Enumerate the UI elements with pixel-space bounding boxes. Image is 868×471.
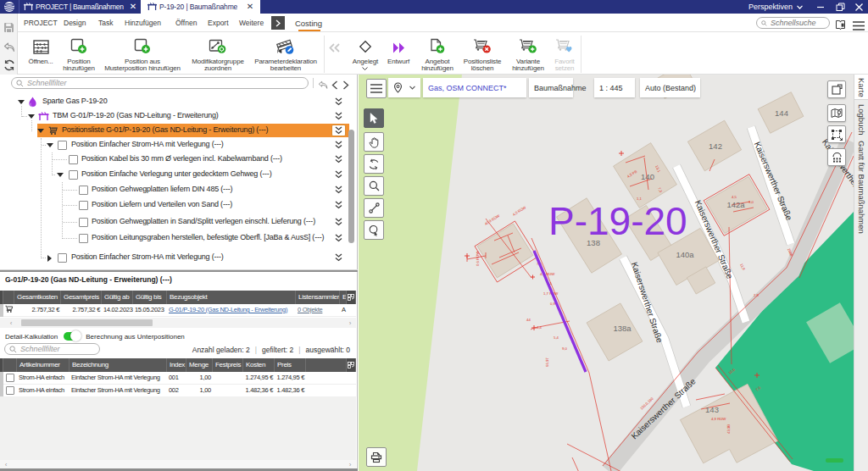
expander-open-icon[interactable] <box>37 129 44 133</box>
restore-button[interactable] <box>831 0 849 14</box>
tool-pan[interactable] <box>364 132 384 152</box>
column-header[interactable]: Kosten <box>243 358 275 372</box>
column-header[interactable]: Preis <box>275 358 306 372</box>
scrollbar-thumb[interactable] <box>21 319 153 326</box>
document-tab-p1920[interactable]: P-19-20 | Baumaßnahme ✕ <box>141 0 260 14</box>
side-tab-logbuch[interactable]: Logbuch <box>854 101 868 133</box>
tree-row[interactable]: Position Gehwegplatten liefern DIN 485 (… <box>0 183 349 197</box>
expander-open-icon[interactable] <box>18 100 25 104</box>
articles-table-row[interactable]: Strom-HA einfach Einfacher Strom-HA mit … <box>0 385 356 397</box>
map-transform-button[interactable] <box>827 125 846 143</box>
column-header[interactable]: Index <box>167 358 186 372</box>
location-dropdown[interactable] <box>388 78 420 97</box>
articles-hscrollbar[interactable]: ‹ › <box>0 460 356 468</box>
expand-all-button[interactable] <box>331 125 346 136</box>
map-city-button[interactable] <box>827 148 846 166</box>
column-header[interactable]: Gesamtkosten <box>14 291 61 304</box>
menu-overflow-button[interactable] <box>271 16 285 30</box>
map-print-button[interactable] <box>366 447 387 467</box>
expand-all-icon[interactable] <box>334 218 344 228</box>
column-header[interactable]: Bezeichnung <box>70 358 167 372</box>
row-checkbox[interactable] <box>79 218 88 227</box>
menu-design[interactable]: Design <box>64 14 86 32</box>
scroll-right-icon[interactable]: › <box>344 319 356 327</box>
tree-row[interactable]: Position Einfache Verlegung unter gedeck… <box>0 168 349 182</box>
row-checkbox[interactable] <box>6 374 14 382</box>
expander-open-icon[interactable] <box>47 143 53 147</box>
map-view[interactable]: 40,9 RÜW 4,0 RÜW 0,6 RÜW 7,6 4,7 RÜW 3,1… <box>359 75 854 471</box>
expand-all-icon[interactable] <box>334 253 344 263</box>
close-button[interactable] <box>849 0 868 14</box>
expand-all-icon[interactable] <box>334 141 344 151</box>
context-box[interactable]: Baumaßnahme <box>529 78 573 97</box>
menu-project[interactable]: PROJECT <box>24 14 58 32</box>
row-checkbox[interactable] <box>79 201 88 210</box>
tool-measure[interactable] <box>364 198 384 218</box>
column-header[interactable]: Listensammler <box>296 291 340 304</box>
tool-lasso-select[interactable] <box>364 220 384 240</box>
help-book-button[interactable] <box>835 19 846 34</box>
tree-row[interactable]: Sparte Gas P-19-20 <box>0 95 349 109</box>
column-header[interactable]: E <box>340 291 347 304</box>
map-menu-button[interactable] <box>366 79 387 98</box>
refresh-button[interactable] <box>3 58 15 71</box>
scale-box[interactable]: 1 : 445 <box>594 78 635 97</box>
expand-all-icon[interactable] <box>334 155 344 165</box>
articles-table-row[interactable]: Strom-HA einfach Einfacher Strom-HA mit … <box>0 372 356 385</box>
tree-row[interactable]: Position Liefern und Verteilen von Sand … <box>0 198 349 213</box>
column-header[interactable]: Gesamtpreis <box>61 291 102 304</box>
tree-row[interactable]: Position Einfacher Strom-HA mit Verlegun… <box>0 138 349 152</box>
side-tab-karte[interactable]: Karte <box>854 75 868 100</box>
bezugsobjekt-link[interactable]: G-01/P-19-20 (Gas ND-Leitung - Erweiteru… <box>169 306 287 313</box>
collapse-chevrons-icon[interactable] <box>328 41 341 56</box>
column-header[interactable]: Gültig ab <box>102 291 133 304</box>
row-checkbox[interactable] <box>6 386 14 395</box>
row-checkbox[interactable] <box>58 141 67 150</box>
main-menu-button[interactable] <box>853 19 865 34</box>
menu-oeffnen[interactable]: Öffnen <box>175 14 197 32</box>
expand-all-icon[interactable] <box>334 234 344 244</box>
listensammler-link[interactable]: 0 Objekte <box>298 306 322 313</box>
row-checkbox[interactable] <box>69 170 78 180</box>
expander-open-icon[interactable] <box>28 114 35 119</box>
map-overview-button[interactable] <box>827 80 846 98</box>
document-tab-project[interactable]: PROJECT | Baumaßnahmen ✕ <box>19 0 141 14</box>
row-checkbox[interactable] <box>58 253 67 263</box>
tree-scrollbar[interactable] <box>348 130 354 243</box>
expand-all-icon[interactable] <box>334 170 344 180</box>
tree-row-selected[interactable]: Positionsliste G-01/P-19-20 (Gas ND-Leit… <box>0 124 349 138</box>
expand-all-icon[interactable] <box>334 201 344 211</box>
panel-splitter[interactable] <box>0 269 358 272</box>
summary-table-row[interactable]: 2.757,32 € 2.757,32 € 14.02.2023 15.05.2… <box>0 304 356 317</box>
row-checkbox[interactable] <box>69 155 78 164</box>
tree-filter[interactable]: Schnellfilter <box>11 77 309 89</box>
summary-table-hscrollbar[interactable]: ‹ › <box>0 318 356 328</box>
column-header[interactable]: Festpreis <box>213 358 243 372</box>
perspectives-menu[interactable]: Perspektiven <box>748 0 803 14</box>
tool-select-cursor[interactable] <box>364 108 384 128</box>
save-button[interactable] <box>3 21 15 34</box>
row-checkbox[interactable] <box>79 234 88 243</box>
expander-open-icon[interactable] <box>57 173 64 177</box>
scroll-left-icon[interactable]: ‹ <box>5 319 17 327</box>
menu-task[interactable]: Task <box>98 14 113 32</box>
minimize-button[interactable] <box>811 0 830 14</box>
map-locate-button[interactable] <box>827 104 846 122</box>
tree-row[interactable]: Position Einfacher Strom-HA mit Verlegun… <box>0 251 349 265</box>
expand-all-icon[interactable] <box>334 97 344 108</box>
column-settings-icon[interactable] <box>347 291 356 304</box>
detail-kalkulation-toggle[interactable] <box>64 332 80 341</box>
expand-all-icon[interactable] <box>334 186 344 196</box>
tool-select-circle[interactable] <box>364 154 384 174</box>
column-header[interactable]: Gültig bis <box>133 291 167 304</box>
expander-closed-icon[interactable] <box>47 255 52 262</box>
column-settings-icon[interactable] <box>347 358 356 372</box>
menu-weitere[interactable]: Weitere <box>239 14 264 32</box>
row-checkbox[interactable] <box>79 186 88 195</box>
search-input[interactable] <box>771 19 825 27</box>
column-header[interactable]: Artikelnummer <box>17 358 70 372</box>
global-search[interactable] <box>756 17 830 29</box>
ribbon-parameterdeklaration-button[interactable]: Parameterdeklarationbearbeiten <box>236 36 335 74</box>
tool-zoom[interactable] <box>364 176 384 196</box>
tree-row[interactable]: Position Leitungsgraben herstellen, befe… <box>0 231 349 246</box>
